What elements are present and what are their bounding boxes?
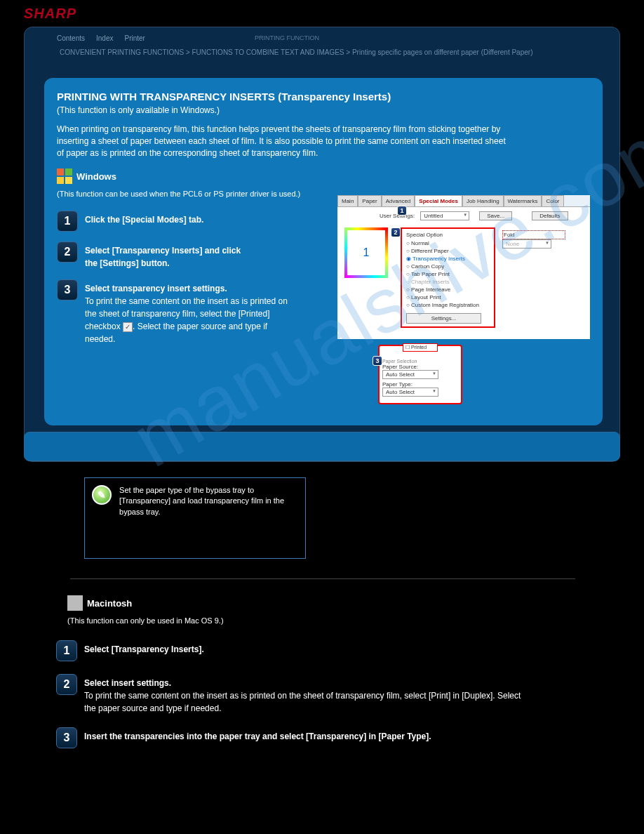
step-text-line: Select insert settings.: [84, 677, 521, 689]
source-dropdown[interactable]: Auto Select: [382, 370, 438, 379]
mac-heading: Macintosh: [67, 595, 572, 611]
breadcrumb: CONVENIENT PRINTING FUNCTIONS > FUNCTION…: [60, 48, 532, 56]
outer-frame: Contents Index Printer PRINTING FUNCTION…: [24, 27, 620, 462]
tab-index[interactable]: Index: [92, 33, 117, 44]
mac-section: Macintosh (This function can only be use…: [67, 595, 572, 761]
type-dropdown[interactable]: Auto Select: [382, 388, 438, 397]
tip-line: [Transparency] and load transparency fil…: [119, 496, 295, 506]
ss-tab-paper[interactable]: Paper: [358, 195, 381, 206]
tab-printer[interactable]: Printer: [121, 33, 149, 44]
defaults-button[interactable]: Defaults: [532, 211, 568, 220]
step-text-line: Click the [Special Modes] tab.: [85, 213, 203, 226]
step-text-line: the paper source and type if needed.: [84, 702, 521, 715]
mac-icon: [67, 595, 83, 611]
step-2: 2 Select [Transparency Inserts] and clic…: [57, 241, 309, 270]
ss-tab-main[interactable]: Main: [337, 195, 358, 206]
section-divider: [70, 578, 575, 579]
windows-heading-text: Windows: [76, 171, 116, 182]
step-number: 2: [56, 674, 77, 695]
marker-3: 3: [373, 356, 382, 366]
step-number: 3: [56, 727, 77, 748]
ss-tab-watermarks[interactable]: Watermarks: [504, 195, 542, 206]
options-title: Special Option: [406, 232, 490, 238]
user-settings-dropdown[interactable]: Untitled: [420, 211, 469, 220]
step-number: 1: [56, 640, 77, 661]
mac-heading-text: Macintosh: [87, 598, 132, 609]
radio-chapter[interactable]: Chapter Inserts: [406, 278, 490, 286]
settings-popup: ☐ Printed 3 Paper Selection Paper Source…: [378, 345, 462, 404]
radio-interleave[interactable]: Page Interleave: [406, 286, 490, 293]
step-text-line: To print the same content on the insert …: [84, 689, 521, 702]
desc-line: When printing on transparency film, this…: [57, 124, 590, 135]
mac-step-3: 3 Insert the transparencies into the pap…: [67, 727, 572, 748]
step-text-line: Insert the transparencies into the paper…: [84, 730, 431, 743]
ss-tabrow: Main Paper Advanced Special Modes Job Ha…: [337, 195, 590, 207]
step-text-line: needed.: [85, 333, 288, 345]
mac-note: (This function can only be used in Mac O…: [67, 616, 572, 625]
step-1: 1 Click the [Special Modes] tab.: [57, 211, 309, 232]
main-panel: PRINTING WITH TRANSPARENCY INSERTS (Tran…: [44, 78, 603, 425]
secondary-label: PRINTING FUNCTION: [250, 33, 323, 44]
tab-contents[interactable]: Contents: [53, 33, 89, 44]
driver-screenshot: Main Paper Advanced Special Modes Job Ha…: [337, 195, 590, 339]
step-number: 1: [57, 211, 78, 232]
step-number: 2: [57, 241, 78, 263]
windows-icon: [57, 168, 72, 184]
marker-2: 2: [391, 227, 401, 237]
source-label: Paper Source:: [382, 364, 458, 370]
fold-group: Fold None: [502, 227, 565, 328]
ss-tab-advanced[interactable]: Advanced: [382, 195, 415, 206]
mac-steps: 1 Select [Transparency Inserts]. 2 Selec…: [67, 640, 572, 748]
save-button[interactable]: Save...: [479, 211, 512, 220]
step-text-line: Select [Transparency Inserts].: [84, 643, 204, 656]
tip-text: Set the paper type of the bypass tray to…: [119, 485, 295, 517]
ss-tab-color[interactable]: Color: [542, 195, 563, 206]
brand-logo: SHARP: [24, 6, 76, 22]
step-text-line: Select [Transparency Inserts] and click: [85, 244, 241, 257]
radio-carbon[interactable]: Carbon Copy: [406, 263, 490, 270]
step-text-line: Select transparency insert settings.: [85, 282, 288, 295]
mac-step-1: 1 Select [Transparency Inserts].: [67, 640, 572, 661]
panel-subtitle: (This function is only available in Wind…: [57, 105, 590, 115]
step-text-line: To print the same content on the insert …: [85, 295, 288, 307]
tip-line: Set the paper type of the bypass tray to: [119, 485, 295, 496]
step-text-line: the sheet of transparency film, select t…: [85, 307, 288, 320]
mac-step-2: 2 Select insert settings. To print the s…: [67, 674, 572, 715]
radio-normal[interactable]: Normal: [406, 239, 490, 247]
desc-line: of paper as is printed on the correspond…: [57, 147, 590, 159]
step-number: 3: [57, 279, 78, 300]
step-3: 3 Select transparency insert settings. T…: [57, 279, 309, 345]
ss-tab-special[interactable]: Special Modes: [415, 195, 462, 206]
tip-line: bypass tray.: [119, 507, 295, 517]
windows-steps: 1 Click the [Special Modes] tab. 2 Selec…: [57, 211, 309, 345]
marker-1: 1: [397, 206, 407, 216]
radio-different-paper[interactable]: Different Paper: [406, 247, 490, 255]
panel-description: When printing on transparency film, this…: [57, 124, 590, 159]
tip-box: ✎ Set the paper type of the bypass tray …: [84, 477, 306, 559]
special-options-group: 2 Special Option Normal Different Paper …: [401, 227, 495, 328]
desc-line: inserting a sheet of paper between each …: [57, 135, 590, 147]
checkbox-icon: ✓: [123, 322, 133, 332]
fold-label: Fold: [502, 230, 565, 239]
type-label: Paper Type:: [382, 381, 458, 388]
printed-checkbox[interactable]: ☐ Printed: [403, 343, 438, 352]
windows-heading: Windows: [57, 168, 590, 184]
top-tabs: Contents Index Printer PRINTING FUNCTION: [53, 33, 323, 44]
tip-icon: ✎: [92, 485, 112, 505]
panel-title: PRINTING WITH TRANSPARENCY INSERTS (Tran…: [57, 91, 590, 102]
preview-page: 1: [344, 227, 388, 278]
popup-section-label: Paper Selection: [382, 359, 458, 364]
bottom-bar: [24, 432, 620, 461]
preview-pane: 1: [344, 227, 394, 312]
step-text-line: checkbox <CB>. Select the paper source a…: [85, 320, 288, 333]
radio-tab[interactable]: Tab Paper Print: [406, 270, 490, 278]
radio-custom-image[interactable]: Custom Image Registration: [406, 301, 490, 309]
radio-transparency[interactable]: Transparency Inserts: [406, 255, 490, 263]
step-text-line: the [Settings] button.: [85, 257, 241, 270]
ss-tab-job[interactable]: Job Handling: [462, 195, 504, 206]
radio-layout[interactable]: Layout Print: [406, 293, 490, 301]
settings-button[interactable]: Settings...: [406, 313, 481, 324]
fold-dropdown[interactable]: None: [502, 239, 551, 249]
